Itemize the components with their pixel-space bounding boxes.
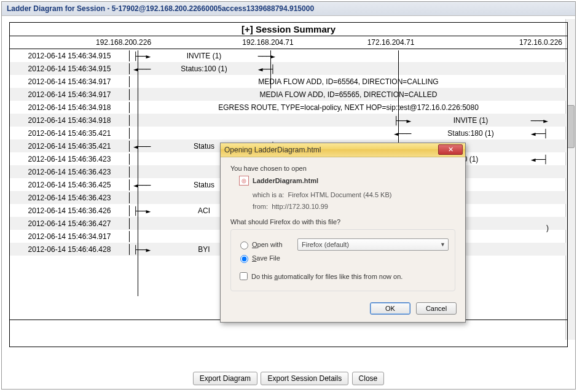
- download-dialog: Opening LadderDiagram.html ✕ You have ch…: [220, 143, 466, 323]
- timestamp-cell: 2012-06-14 15:46:36.423: [10, 167, 130, 178]
- timestamp-cell: 2012-06-14 15:46:34.915: [10, 63, 130, 74]
- dialog-titlebar: Opening LadderDiagram.html ✕: [221, 143, 465, 157]
- open-with-app: Firefox (default): [302, 241, 349, 248]
- timestamp-cell: 2012-06-14 15:46:35.421: [10, 141, 130, 152]
- message-cell: EGRESS ROUTE, TYPE=local-policy, NEXT HO…: [130, 102, 567, 113]
- table-row: 2012-06-14 15:46:34.915├──►INVITE (1)───…: [10, 49, 567, 62]
- close-button[interactable]: Close: [352, 372, 385, 385]
- ip-header-row: 192.168.200.226 192.168.204.71 172.16.20…: [10, 36, 567, 49]
- message-cell: ├──►INVITE (1)───►: [130, 50, 567, 61]
- lane-line-1: [138, 50, 138, 296]
- message-cell: MEDIA FLOW ADD, ID=65564, DIRECTION=CALL…: [130, 76, 567, 87]
- whichis-label: which is a:: [253, 191, 284, 198]
- chevron-down-icon: ▼: [440, 241, 446, 248]
- bottom-button-bar: Export Diagram Export Session Details Cl…: [2, 372, 575, 385]
- from-value: http://172.30.10.99: [272, 203, 328, 210]
- export-session-details-button[interactable]: Export Session Details: [261, 372, 348, 385]
- message-cell: ├──►INVITE (1)───►: [130, 115, 567, 126]
- timestamp-cell: 2012-06-14 15:46:34.915: [10, 50, 130, 61]
- table-row: 2012-06-14 15:46:34.918├──►INVITE (1)───…: [10, 114, 567, 127]
- dialog-footer: OK Cancel: [221, 296, 465, 322]
- ip-col-3: 172.16.204.71: [329, 36, 452, 49]
- open-with-label: Open with: [252, 241, 297, 248]
- bottom-extra: [9, 320, 568, 347]
- save-file-label: Save File: [252, 254, 280, 262]
- dialog-body: You have chosen to open ◎ LadderDiagram.…: [221, 157, 465, 296]
- open-with-radio[interactable]: [240, 241, 248, 249]
- table-row: 2012-06-14 15:46:34.915◄───Status:100 (1…: [10, 62, 567, 75]
- open-with-combobox[interactable]: Firefox (default) ▼: [297, 238, 449, 251]
- table-row: 2012-06-14 15:46:34.918EGRESS ROUTE, TYP…: [10, 101, 567, 114]
- ip-col-2: 192.168.204.71: [206, 36, 329, 49]
- dialog-intro: You have chosen to open: [230, 165, 455, 172]
- ip-col-1: 192.168.200.226: [96, 36, 206, 49]
- ok-button[interactable]: OK: [370, 302, 410, 315]
- cancel-button[interactable]: Cancel: [416, 302, 457, 315]
- save-file-radio[interactable]: [240, 255, 248, 263]
- dialog-close-button[interactable]: ✕: [438, 144, 463, 155]
- timestamp-cell: 2012-06-14 15:46:34.917: [10, 76, 130, 87]
- window-title: Ladder Diagram for Session - 5-17902@192…: [2, 2, 575, 16]
- timestamp-cell: 2012-06-14 15:46:36.426: [10, 205, 130, 216]
- dialog-question: What should Firefox do with this file?: [230, 218, 455, 225]
- timestamp-cell: 2012-06-14 15:46:34.917: [10, 89, 130, 100]
- dialog-options-group: Open with Firefox (default) ▼ Save File …: [230, 229, 455, 291]
- table-row: 2012-06-14 15:46:34.917MEDIA FLOW ADD, I…: [10, 88, 567, 101]
- do-automatically-checkbox[interactable]: [240, 272, 248, 280]
- message-cell: MEDIA FLOW ADD, ID=65565, DIRECTION=CALL…: [130, 89, 567, 100]
- timestamp-cell: 2012-06-14 15:46:36.427: [10, 218, 130, 229]
- file-icon: ◎: [239, 176, 249, 186]
- ip-col-4: 172.16.0.226: [452, 36, 567, 49]
- timestamp-cell: 2012-06-14 15:46:36.425: [10, 179, 130, 190]
- dialog-filename: LadderDiagram.html: [253, 177, 318, 184]
- timestamp-cell: 2012-06-14 15:46:46.428: [10, 244, 130, 255]
- timestamp-cell: 2012-06-14 15:46:34.918: [10, 115, 130, 126]
- message-cell: ◄───Status:100 (1)◄──┤: [130, 63, 567, 74]
- do-automatically-label: Do this automatically for files like thi…: [251, 273, 402, 280]
- table-row: 2012-06-14 15:46:34.917MEDIA FLOW ADD, I…: [10, 75, 567, 88]
- dialog-title-text: Opening LadderDiagram.html: [224, 146, 321, 154]
- timestamp-cell: 2012-06-14 15:46:34.918: [10, 102, 130, 113]
- timestamp-cell: 2012-06-14 15:46:36.423: [10, 154, 130, 165]
- table-row: 2012-06-14 15:46:35.421◄───Status:180 (1…: [10, 127, 567, 139]
- message-cell: ◄───Status:180 (1)◄──┤: [130, 128, 567, 139]
- from-label: from:: [253, 203, 268, 210]
- session-summary-header[interactable]: [+] Session Summary: [10, 23, 567, 36]
- whichis-value: Firefox HTML Document (44.5 KB): [288, 191, 391, 198]
- timestamp-cell: 2012-06-14 15:46:34.917: [10, 231, 130, 242]
- timestamp-cell: 2012-06-14 15:46:35.421: [10, 128, 130, 139]
- export-diagram-button[interactable]: Export Diagram: [193, 372, 257, 385]
- timestamp-cell: 2012-06-14 15:46:36.423: [10, 192, 130, 203]
